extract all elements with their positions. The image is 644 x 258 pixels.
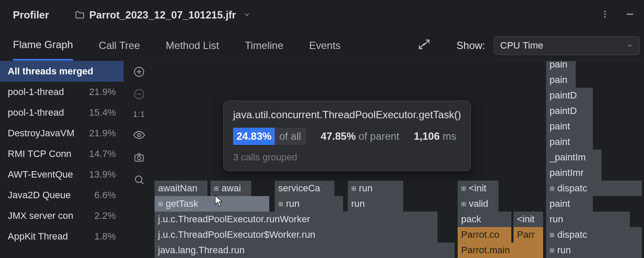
tab-events[interactable]: Events bbox=[309, 30, 340, 61]
eye-icon[interactable] bbox=[133, 129, 146, 141]
expand-icon: ⊞ bbox=[550, 185, 555, 192]
flame-frame-label: awai bbox=[222, 183, 241, 194]
flame-frame[interactable]: awaitNan bbox=[155, 181, 208, 196]
thread-pct: 15.4% bbox=[89, 107, 116, 118]
flame-frame[interactable]: pain bbox=[546, 61, 576, 72]
show-label: Show: bbox=[456, 40, 485, 52]
show-dropdown[interactable]: CPU Time bbox=[494, 36, 640, 55]
flame-frame[interactable]: serviceCa bbox=[275, 181, 335, 196]
search-icon[interactable] bbox=[133, 173, 146, 186]
minimize-icon[interactable] bbox=[624, 9, 635, 22]
flame-frame-label: awaitNan bbox=[158, 183, 197, 194]
header: Profiler Parrot_2023_12_07_101215.jfr bbox=[0, 0, 644, 30]
thread-row[interactable]: All threads merged bbox=[0, 61, 124, 82]
flame-frame[interactable]: java.lang.Thread.run bbox=[155, 243, 455, 258]
flame-frame[interactable]: paintD bbox=[546, 88, 593, 103]
expand-icon: ⊞ bbox=[214, 185, 219, 192]
flame-frame[interactable]: pain bbox=[546, 72, 576, 88]
flame-frame[interactable]: <init bbox=[513, 212, 544, 227]
show-value: CPU Time bbox=[500, 40, 543, 51]
flame-graph[interactable]: java.util.concurrent.ThreadPoolExecutor.… bbox=[155, 61, 644, 258]
flame-frame[interactable]: ⊞dispatc bbox=[546, 227, 642, 243]
tab-timeline[interactable]: Timeline bbox=[245, 30, 283, 61]
flame-frame[interactable]: pack bbox=[458, 212, 512, 227]
tab-call-tree[interactable]: Call Tree bbox=[99, 30, 140, 61]
flame-frame[interactable]: paint bbox=[546, 119, 593, 134]
flame-frame[interactable]: Parrot.co bbox=[458, 227, 512, 243]
thread-row[interactable]: pool-1-thread21.9% bbox=[0, 82, 124, 102]
flame-frame[interactable]: _paintIm bbox=[546, 150, 602, 165]
flame-frame[interactable]: j.u.c.ThreadPoolExecutor.runWorker bbox=[155, 212, 438, 227]
thread-pct: 13.9% bbox=[89, 169, 116, 180]
flame-frame[interactable]: paint bbox=[546, 134, 593, 150]
camera-icon[interactable] bbox=[133, 151, 146, 164]
flame-frame-label: pack bbox=[461, 214, 481, 225]
tab-flame-graph[interactable]: Flame Graph bbox=[13, 30, 73, 61]
tab-method-list[interactable]: Method List bbox=[166, 30, 219, 61]
thread-row[interactable]: AppKit Thread1.8% bbox=[0, 226, 124, 247]
flame-frame[interactable]: ⊞run bbox=[275, 196, 343, 212]
flame-frame[interactable]: run bbox=[348, 196, 404, 212]
tooltip-pct-parent: 47.85% of parent bbox=[321, 130, 399, 142]
thread-pct: 21.9% bbox=[89, 86, 116, 98]
flame-frame[interactable]: Parr bbox=[513, 227, 544, 243]
expand-icon: ⊞ bbox=[461, 185, 466, 192]
flame-frame[interactable]: ⊞awai bbox=[210, 181, 252, 196]
flame-frame[interactable]: run bbox=[546, 212, 630, 227]
thread-row[interactable]: AWT-EventQue13.9% bbox=[0, 164, 124, 185]
flame-tooltip: java.util.concurrent.ThreadPoolExecutor.… bbox=[223, 101, 471, 171]
flame-frame-label: paintD bbox=[550, 90, 577, 101]
thread-row[interactable]: DestroyJavaVM21.9% bbox=[0, 123, 124, 144]
svg-rect-12 bbox=[135, 155, 143, 161]
flame-frame-label: pain bbox=[550, 74, 568, 86]
thread-pct: 2.2% bbox=[94, 210, 116, 221]
thread-list: All threads mergedpool-1-thread21.9%pool… bbox=[0, 61, 124, 258]
expand-icon: ⊞ bbox=[278, 200, 283, 207]
flame-frame-label: run bbox=[351, 198, 365, 209]
flame-frame[interactable]: j.u.c.ThreadPoolExecutor$Worker.run bbox=[155, 227, 438, 243]
flame-frame[interactable]: Parrot.main bbox=[458, 243, 544, 258]
thread-row[interactable]: RMI TCP Conn14.7% bbox=[0, 144, 124, 164]
remove-icon[interactable] bbox=[133, 88, 146, 101]
thread-row[interactable]: pool-1-thread15.4% bbox=[0, 102, 124, 123]
flame-frame-label: paintImr bbox=[550, 167, 583, 178]
flame-frame-label: Parr bbox=[517, 229, 535, 240]
flame-frame[interactable]: ⊞run bbox=[546, 243, 642, 258]
focus-icon[interactable] bbox=[418, 38, 431, 53]
add-icon[interactable] bbox=[133, 65, 146, 78]
file-breadcrumb[interactable]: Parrot_2023_12_07_101215.jfr bbox=[75, 9, 251, 21]
thread-name: AppKit Thread bbox=[8, 231, 68, 242]
more-icon[interactable] bbox=[600, 9, 610, 21]
expand-icon: ⊞ bbox=[550, 247, 555, 254]
flame-frame[interactable]: paint bbox=[546, 196, 593, 212]
flame-frame[interactable]: paintImr bbox=[546, 165, 602, 181]
flame-frame-label: paint bbox=[550, 136, 570, 147]
flame-frame-label: Parrot.main bbox=[461, 245, 510, 256]
thread-pct: 14.7% bbox=[89, 148, 116, 160]
flame-frame[interactable]: ⊞getTask bbox=[155, 196, 270, 212]
flame-frame[interactable]: paintD bbox=[546, 103, 593, 119]
flame-frame-label: paint bbox=[550, 198, 570, 209]
thread-name: Java2D Queue bbox=[8, 190, 71, 201]
thread-row[interactable]: Java2D Queue6.6% bbox=[0, 185, 124, 206]
tooltip-method: java.util.concurrent.ThreadPoolExecutor.… bbox=[233, 109, 461, 121]
flame-frame-label: valid bbox=[469, 198, 488, 209]
flame-frame-label: run bbox=[557, 245, 571, 256]
flame-frame-label: serviceCa bbox=[278, 183, 320, 194]
flame-frame-label: pain bbox=[550, 61, 568, 70]
thread-name: pool-1-thread bbox=[8, 86, 64, 98]
flame-frame[interactable]: ⊞run bbox=[348, 181, 404, 196]
flame-frame[interactable]: ⊞dispatc bbox=[546, 181, 642, 196]
page-title: Profiler bbox=[13, 9, 49, 21]
thread-name: pool-1-thread bbox=[8, 107, 64, 118]
flame-frame[interactable]: ⊞valid bbox=[458, 196, 499, 212]
svg-line-4 bbox=[419, 43, 425, 49]
file-name: Parrot_2023_12_07_101215.jfr bbox=[89, 9, 236, 21]
tab-bar: Flame Graph Call Tree Method List Timeli… bbox=[0, 30, 644, 61]
flame-frame[interactable]: ⊞<init bbox=[458, 181, 499, 196]
zoom-ratio[interactable]: 1:1 bbox=[133, 110, 145, 119]
thread-pct: 21.9% bbox=[89, 128, 116, 139]
flame-frame-label: run bbox=[550, 214, 563, 225]
thread-row[interactable]: JMX server con2.2% bbox=[0, 206, 124, 226]
flame-frame-label: <init bbox=[469, 183, 486, 194]
